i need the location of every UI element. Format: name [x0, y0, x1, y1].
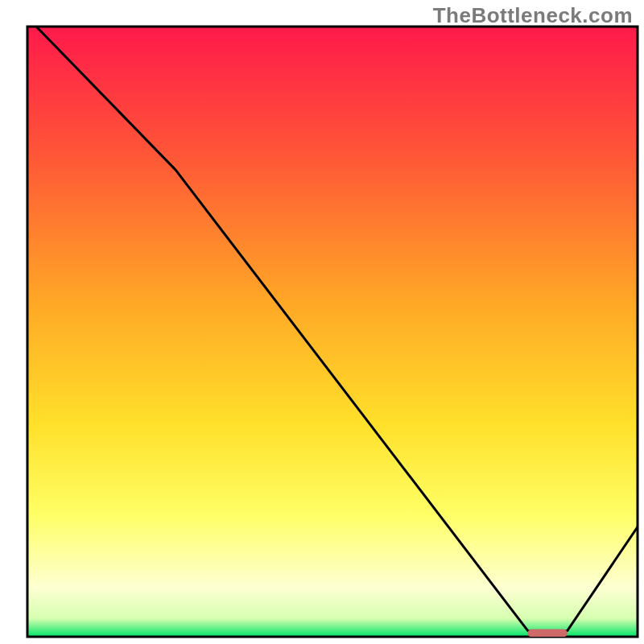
watermark-text: TheBottleneck.com	[433, 3, 633, 28]
bottleneck-chart: TheBottleneck.com	[0, 0, 644, 644]
gradient-background	[27, 27, 638, 637]
optimal-range-marker	[528, 630, 568, 638]
chart-svg	[0, 0, 644, 644]
